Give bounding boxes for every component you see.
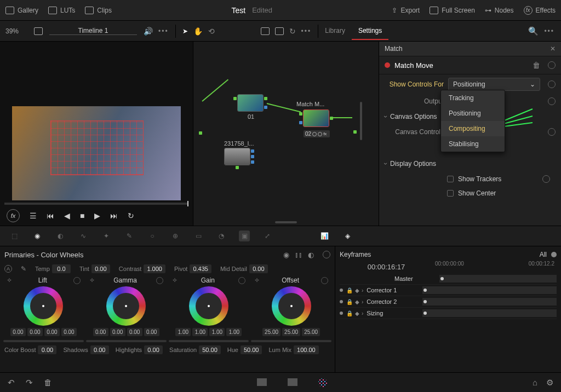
nodes-button[interactable]: ⊶Nodes xyxy=(485,7,514,14)
pivot-value[interactable]: 0.435 xyxy=(190,264,211,273)
viewer-option-1[interactable] xyxy=(261,27,270,35)
reset-show-controls[interactable] xyxy=(548,80,556,88)
effect-enable-toggle[interactable] xyxy=(385,62,390,68)
redo-icon[interactable]: ↷ xyxy=(26,378,33,388)
effects-button[interactable]: fxEffects xyxy=(524,6,556,15)
tool-sizing[interactable]: ⤢ xyxy=(262,230,273,241)
wheel-value[interactable]: 1.00 xyxy=(175,328,191,336)
clear-search-icon[interactable]: ✕ xyxy=(550,45,556,53)
wheel-picker-icon[interactable]: ✧ xyxy=(89,276,95,284)
expand-icon[interactable]: › xyxy=(362,299,363,305)
colorboost-value[interactable]: 0.00 xyxy=(38,345,56,354)
tool-qualifier[interactable]: ✎ xyxy=(124,230,135,241)
wheel-picker-icon[interactable]: ✧ xyxy=(172,276,178,284)
tool-3d[interactable]: ⬚ xyxy=(9,230,20,241)
keyframe-timecode[interactable]: 00:00:16:17 xyxy=(340,263,433,271)
display-options-section[interactable]: › Display Options xyxy=(379,155,561,172)
tab-settings[interactable]: Settings xyxy=(352,22,388,40)
node-02-match-move[interactable]: 02fx xyxy=(303,109,329,127)
show-trackers-checkbox[interactable] xyxy=(447,176,454,182)
tool-hdr[interactable]: ◐ xyxy=(55,230,66,241)
wheel-value[interactable]: 25.00 xyxy=(302,328,320,336)
layers-icon[interactable]: ☰ xyxy=(30,211,37,220)
pick-white-icon[interactable]: ✎ xyxy=(21,265,26,273)
node-01[interactable]: 01 xyxy=(237,94,264,112)
lock-icon[interactable]: 🔒 xyxy=(346,299,353,305)
home-icon[interactable]: ⌂ xyxy=(533,378,537,388)
diamond-icon[interactable]: ◆ xyxy=(355,299,359,305)
fx-toggle[interactable]: fx xyxy=(7,209,20,222)
viewer-mode-icon[interactable] xyxy=(34,27,43,35)
kf-track[interactable] xyxy=(422,298,557,305)
wheel-reset-0[interactable] xyxy=(73,277,81,284)
tab-library[interactable]: Library xyxy=(318,22,352,40)
wheel-picker-icon[interactable]: ✧ xyxy=(254,276,260,284)
wheel-value[interactable]: 0.00 xyxy=(10,328,26,336)
middetail-value[interactable]: 0.00 xyxy=(249,264,268,273)
skip-end-icon[interactable]: ⏭ xyxy=(110,211,118,220)
highlights-value[interactable]: 0.00 xyxy=(144,345,163,354)
gallery-button[interactable]: Gallery xyxy=(5,7,38,14)
clips-button[interactable]: Clips xyxy=(85,7,112,14)
wheel-value[interactable]: 1.00 xyxy=(192,328,208,336)
keyframe-toggle[interactable] xyxy=(551,252,557,257)
wheel-master-slider-0[interactable] xyxy=(3,340,84,342)
kf-enable-dot[interactable] xyxy=(340,300,343,303)
wheel-value[interactable]: 25.00 xyxy=(262,328,280,336)
tool-magic[interactable]: ▭ xyxy=(193,230,204,241)
graph-input-port[interactable] xyxy=(199,131,202,135)
page-cut-icon[interactable] xyxy=(288,378,297,386)
wheel-mode-icon[interactable]: ◉ xyxy=(283,251,289,259)
dropdown-option-tracking[interactable]: Tracking xyxy=(441,90,505,106)
more-menu-2[interactable]: ••• xyxy=(301,27,312,35)
graph-scrollbar[interactable] xyxy=(360,102,362,140)
graph-resize-handle[interactable] xyxy=(275,221,297,223)
graph-output-port[interactable] xyxy=(353,130,357,134)
loop-playback-icon[interactable]: ↻ xyxy=(128,211,134,220)
timeline-name[interactable]: Timeline 1 xyxy=(49,27,137,35)
tool-curves[interactable]: ∿ xyxy=(78,230,89,241)
keyframes-all[interactable]: All xyxy=(540,251,547,258)
trash-icon[interactable]: 🗑 xyxy=(44,378,52,388)
keyframe-row[interactable]: 🔒◆› Sizing xyxy=(340,308,557,319)
tint-value[interactable]: 0.00 xyxy=(91,264,110,273)
node-graph[interactable]: 01 Match M... 02fx 231758_l... xyxy=(193,42,379,226)
kf-enable-dot[interactable] xyxy=(340,289,343,292)
wheel-value[interactable]: 25.00 xyxy=(282,328,300,336)
lummix-value[interactable]: 100.00 xyxy=(294,345,319,354)
kf-track[interactable] xyxy=(422,286,557,294)
diamond-icon[interactable]: ◆ xyxy=(355,310,359,316)
keyframe-row[interactable]: 🔒◆› Corrector 1 xyxy=(340,285,557,296)
fullscreen-button[interactable]: Full Screen xyxy=(430,7,475,14)
shadows-value[interactable]: 0.00 xyxy=(90,345,109,354)
hand-tool[interactable]: ✋ xyxy=(193,27,203,36)
color-wheel-gain[interactable] xyxy=(189,286,228,326)
tool-key[interactable]: ▣ xyxy=(239,230,250,241)
wheel-value[interactable]: 1.00 xyxy=(209,328,225,336)
keyframe-row[interactable]: 🔒◆› Corrector 2 xyxy=(340,296,557,308)
viewer-preview[interactable] xyxy=(12,106,181,200)
temp-value[interactable]: 0.0 xyxy=(52,264,71,273)
wheel-value[interactable]: 0.00 xyxy=(61,328,77,336)
kf-track[interactable] xyxy=(422,309,557,317)
audio-icon[interactable]: 🔊 xyxy=(144,27,153,36)
dropdown-option-compositing[interactable]: Compositing xyxy=(441,121,505,136)
lock-icon[interactable]: 🔒 xyxy=(346,310,353,316)
tool-scopes[interactable]: 📊 xyxy=(319,230,330,241)
expand-icon[interactable]: › xyxy=(362,287,363,293)
auto-balance-icon[interactable]: A xyxy=(4,265,12,273)
wheel-value[interactable]: 0.00 xyxy=(93,328,108,336)
loop-icon[interactable]: ↻ xyxy=(289,27,296,36)
viewer-option-2[interactable] xyxy=(275,27,284,35)
wheel-reset-1[interactable] xyxy=(156,277,163,284)
wheel-picker-icon[interactable]: ✧ xyxy=(7,276,12,284)
expand-icon[interactable]: › xyxy=(362,310,363,316)
show-center-checkbox[interactable] xyxy=(447,190,454,197)
node-03-media[interactable] xyxy=(224,148,250,165)
color-wheel-offset[interactable] xyxy=(272,286,311,326)
contrast-value[interactable]: 1.000 xyxy=(144,264,165,273)
reset-show-trackers[interactable] xyxy=(542,175,550,183)
wheel-value[interactable]: 0.00 xyxy=(127,328,142,336)
pointer-tool[interactable]: ➤ xyxy=(182,27,188,35)
wheel-master-slider-2[interactable] xyxy=(169,340,249,342)
